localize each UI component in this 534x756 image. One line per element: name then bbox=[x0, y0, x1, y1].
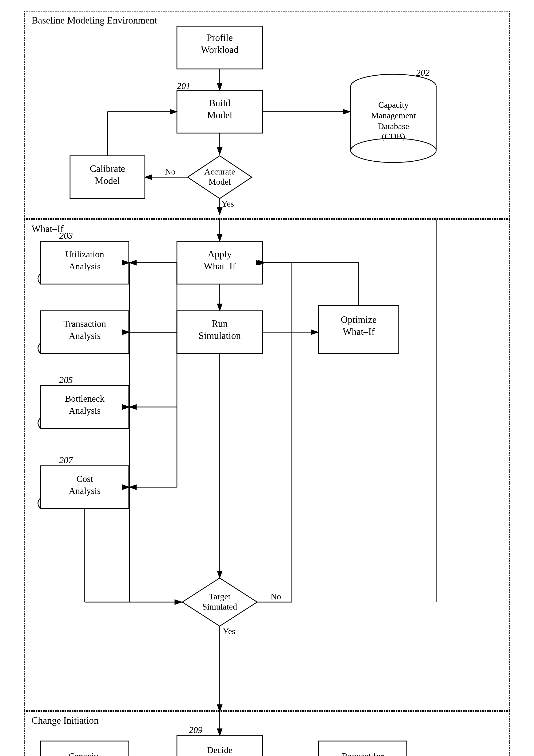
section-change: Change Initiation Decide Corrective Acti… bbox=[24, 711, 510, 756]
svg-text:Analysis: Analysis bbox=[69, 406, 101, 416]
svg-text:Simulation: Simulation bbox=[199, 330, 241, 341]
baseline-svg: Profile Workload 201 Build Model Accurat… bbox=[25, 12, 509, 220]
svg-text:What–If: What–If bbox=[343, 326, 375, 337]
svg-text:Workload: Workload bbox=[201, 44, 238, 55]
svg-text:Yes: Yes bbox=[222, 199, 234, 208]
svg-text:Request for: Request for bbox=[341, 751, 384, 756]
svg-text:201: 201 bbox=[177, 81, 191, 91]
svg-text:Optimize: Optimize bbox=[341, 314, 377, 325]
svg-text:Calibrate: Calibrate bbox=[90, 163, 125, 174]
svg-text:Run: Run bbox=[212, 318, 228, 329]
diagram-container: Baseline Modeling Environment Profile Wo… bbox=[24, 11, 510, 756]
svg-text:Model: Model bbox=[207, 110, 232, 121]
svg-point-25 bbox=[351, 138, 436, 162]
svg-rect-26 bbox=[351, 86, 436, 97]
change-svg: Decide Corrective Actions 209 Capacity P… bbox=[25, 712, 509, 756]
svg-text:No: No bbox=[165, 167, 175, 176]
svg-text:Capacity: Capacity bbox=[69, 751, 101, 756]
whatif-svg: Apply What–If Run Simulation Target Simu… bbox=[25, 220, 509, 712]
svg-text:Profile: Profile bbox=[207, 32, 233, 43]
svg-text:205: 205 bbox=[59, 375, 73, 385]
svg-text:Bottleneck: Bottleneck bbox=[65, 393, 104, 404]
svg-text:Analysis: Analysis bbox=[69, 261, 101, 271]
svg-text:Accurate: Accurate bbox=[204, 167, 235, 176]
section-whatif: What–If Apply What–If Run Simulation bbox=[24, 219, 510, 711]
svg-text:Target: Target bbox=[209, 592, 231, 601]
svg-text:Yes: Yes bbox=[223, 626, 235, 636]
svg-text:202: 202 bbox=[416, 68, 430, 77]
svg-text:Model: Model bbox=[95, 175, 120, 186]
svg-text:Utilization: Utilization bbox=[65, 249, 104, 259]
svg-text:No: No bbox=[271, 592, 281, 601]
svg-text:Analysis: Analysis bbox=[69, 331, 101, 341]
svg-text:Apply: Apply bbox=[208, 249, 232, 259]
svg-text:Transaction: Transaction bbox=[63, 319, 106, 329]
svg-text:203: 203 bbox=[59, 230, 73, 240]
svg-text:Cost: Cost bbox=[76, 474, 93, 484]
svg-text:Analysis: Analysis bbox=[69, 486, 101, 496]
section-baseline: Baseline Modeling Environment Profile Wo… bbox=[24, 11, 510, 219]
svg-text:Capacity: Capacity bbox=[378, 100, 409, 110]
svg-text:Database: Database bbox=[378, 121, 409, 131]
svg-text:209: 209 bbox=[189, 725, 202, 735]
svg-text:Management: Management bbox=[371, 111, 415, 120]
svg-text:Model: Model bbox=[208, 177, 231, 186]
svg-text:207: 207 bbox=[59, 455, 73, 465]
svg-text:Decide: Decide bbox=[207, 745, 232, 755]
svg-text:Build: Build bbox=[209, 98, 230, 109]
svg-text:(CDB): (CDB) bbox=[382, 131, 405, 141]
svg-text:Simulated: Simulated bbox=[202, 602, 237, 611]
svg-text:What–If: What–If bbox=[204, 261, 236, 272]
